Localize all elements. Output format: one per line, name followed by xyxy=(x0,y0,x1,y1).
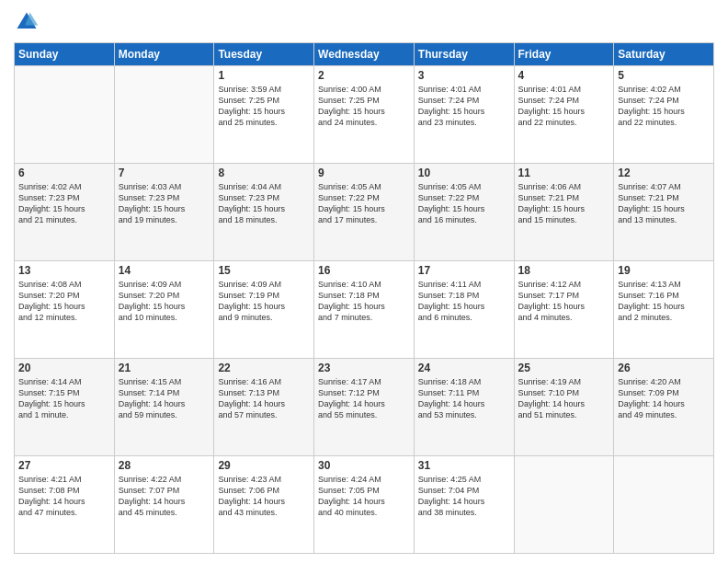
day-number: 19 xyxy=(618,264,710,277)
calendar-cell: 29Sunrise: 4:23 AM Sunset: 7:06 PM Dayli… xyxy=(214,456,314,554)
calendar-cell: 24Sunrise: 4:18 AM Sunset: 7:11 PM Dayli… xyxy=(414,359,514,456)
calendar-cell: 12Sunrise: 4:07 AM Sunset: 7:21 PM Dayli… xyxy=(614,164,714,261)
day-header-monday: Monday xyxy=(114,43,214,66)
day-number: 10 xyxy=(418,167,510,179)
calendar-cell: 22Sunrise: 4:16 AM Sunset: 7:13 PM Dayli… xyxy=(214,359,314,456)
calendar-cell: 6Sunrise: 4:02 AM Sunset: 7:23 PM Daylig… xyxy=(15,164,115,261)
calendar-cell: 28Sunrise: 4:22 AM Sunset: 7:07 PM Dayli… xyxy=(114,456,214,554)
day-header-thursday: Thursday xyxy=(414,43,514,66)
week-row-4: 27Sunrise: 4:21 AM Sunset: 7:08 PM Dayli… xyxy=(15,456,714,554)
calendar-table: SundayMondayTuesdayWednesdayThursdayFrid… xyxy=(14,42,714,554)
calendar-cell: 13Sunrise: 4:08 AM Sunset: 7:20 PM Dayli… xyxy=(15,261,115,359)
day-info: Sunrise: 4:02 AM Sunset: 7:23 PM Dayligh… xyxy=(18,181,110,226)
day-info: Sunrise: 4:13 AM Sunset: 7:16 PM Dayligh… xyxy=(618,279,710,324)
day-header-wednesday: Wednesday xyxy=(314,43,415,66)
calendar-cell: 11Sunrise: 4:06 AM Sunset: 7:21 PM Dayli… xyxy=(514,164,614,261)
day-number: 27 xyxy=(18,459,110,472)
day-info: Sunrise: 4:06 AM Sunset: 7:21 PM Dayligh… xyxy=(518,181,610,226)
header xyxy=(14,9,714,35)
day-number: 3 xyxy=(418,69,510,82)
day-info: Sunrise: 4:05 AM Sunset: 7:22 PM Dayligh… xyxy=(418,181,510,226)
day-info: Sunrise: 4:22 AM Sunset: 7:07 PM Dayligh… xyxy=(119,474,210,519)
day-number: 15 xyxy=(218,264,310,277)
logo xyxy=(14,9,43,35)
header-row: SundayMondayTuesdayWednesdayThursdayFrid… xyxy=(15,43,714,66)
day-number: 4 xyxy=(518,69,610,82)
day-info: Sunrise: 4:23 AM Sunset: 7:06 PM Dayligh… xyxy=(218,474,310,519)
day-info: Sunrise: 4:09 AM Sunset: 7:19 PM Dayligh… xyxy=(218,279,310,324)
day-info: Sunrise: 4:05 AM Sunset: 7:22 PM Dayligh… xyxy=(318,181,410,226)
calendar-cell xyxy=(15,66,115,164)
day-header-sunday: Sunday xyxy=(15,43,115,66)
day-info: Sunrise: 4:12 AM Sunset: 7:17 PM Dayligh… xyxy=(518,279,610,324)
calendar-cell: 14Sunrise: 4:09 AM Sunset: 7:20 PM Dayli… xyxy=(114,261,214,359)
day-info: Sunrise: 4:11 AM Sunset: 7:18 PM Dayligh… xyxy=(418,279,510,324)
day-info: Sunrise: 4:25 AM Sunset: 7:04 PM Dayligh… xyxy=(418,474,510,519)
day-info: Sunrise: 4:24 AM Sunset: 7:05 PM Dayligh… xyxy=(318,474,410,519)
calendar-cell: 5Sunrise: 4:02 AM Sunset: 7:24 PM Daylig… xyxy=(614,66,714,164)
day-info: Sunrise: 4:03 AM Sunset: 7:23 PM Dayligh… xyxy=(119,181,210,226)
day-number: 12 xyxy=(618,167,710,179)
day-info: Sunrise: 4:10 AM Sunset: 7:18 PM Dayligh… xyxy=(318,279,410,324)
day-info: Sunrise: 4:00 AM Sunset: 7:25 PM Dayligh… xyxy=(318,84,410,129)
day-info: Sunrise: 4:07 AM Sunset: 7:21 PM Dayligh… xyxy=(618,181,710,226)
week-row-1: 6Sunrise: 4:02 AM Sunset: 7:23 PM Daylig… xyxy=(15,164,714,261)
day-number: 7 xyxy=(119,167,210,179)
day-info: Sunrise: 4:09 AM Sunset: 7:20 PM Dayligh… xyxy=(119,279,210,324)
day-info: Sunrise: 4:02 AM Sunset: 7:24 PM Dayligh… xyxy=(618,84,710,129)
calendar-cell: 9Sunrise: 4:05 AM Sunset: 7:22 PM Daylig… xyxy=(314,164,415,261)
calendar-cell: 7Sunrise: 4:03 AM Sunset: 7:23 PM Daylig… xyxy=(114,164,214,261)
calendar-cell xyxy=(514,456,614,554)
day-info: Sunrise: 4:04 AM Sunset: 7:23 PM Dayligh… xyxy=(218,181,310,226)
calendar-cell: 31Sunrise: 4:25 AM Sunset: 7:04 PM Dayli… xyxy=(414,456,514,554)
day-number: 30 xyxy=(318,459,410,472)
day-info: Sunrise: 4:15 AM Sunset: 7:14 PM Dayligh… xyxy=(119,376,210,421)
calendar-cell: 3Sunrise: 4:01 AM Sunset: 7:24 PM Daylig… xyxy=(414,66,514,164)
day-info: Sunrise: 4:08 AM Sunset: 7:20 PM Dayligh… xyxy=(18,279,110,324)
calendar-cell: 2Sunrise: 4:00 AM Sunset: 7:25 PM Daylig… xyxy=(314,66,415,164)
week-row-2: 13Sunrise: 4:08 AM Sunset: 7:20 PM Dayli… xyxy=(15,261,714,359)
day-info: Sunrise: 4:21 AM Sunset: 7:08 PM Dayligh… xyxy=(18,474,110,519)
calendar-cell: 23Sunrise: 4:17 AM Sunset: 7:12 PM Dayli… xyxy=(314,359,415,456)
day-info: Sunrise: 4:14 AM Sunset: 7:15 PM Dayligh… xyxy=(18,376,110,421)
calendar-cell: 10Sunrise: 4:05 AM Sunset: 7:22 PM Dayli… xyxy=(414,164,514,261)
day-number: 25 xyxy=(518,362,610,374)
calendar-cell: 27Sunrise: 4:21 AM Sunset: 7:08 PM Dayli… xyxy=(15,456,115,554)
calendar-cell: 1Sunrise: 3:59 AM Sunset: 7:25 PM Daylig… xyxy=(214,66,314,164)
day-info: Sunrise: 4:17 AM Sunset: 7:12 PM Dayligh… xyxy=(318,376,410,421)
calendar-cell: 30Sunrise: 4:24 AM Sunset: 7:05 PM Dayli… xyxy=(314,456,415,554)
day-number: 13 xyxy=(18,264,110,277)
day-number: 31 xyxy=(418,459,510,472)
calendar-cell: 20Sunrise: 4:14 AM Sunset: 7:15 PM Dayli… xyxy=(15,359,115,456)
calendar-cell: 21Sunrise: 4:15 AM Sunset: 7:14 PM Dayli… xyxy=(114,359,214,456)
day-number: 22 xyxy=(218,362,310,374)
day-info: Sunrise: 4:18 AM Sunset: 7:11 PM Dayligh… xyxy=(418,376,510,421)
calendar-cell xyxy=(614,456,714,554)
day-number: 23 xyxy=(318,362,410,374)
day-number: 16 xyxy=(318,264,410,277)
day-header-friday: Friday xyxy=(514,43,614,66)
day-number: 2 xyxy=(318,69,410,82)
day-number: 5 xyxy=(618,69,710,82)
calendar-cell: 16Sunrise: 4:10 AM Sunset: 7:18 PM Dayli… xyxy=(314,261,415,359)
day-info: Sunrise: 4:19 AM Sunset: 7:10 PM Dayligh… xyxy=(518,376,610,421)
day-info: Sunrise: 4:01 AM Sunset: 7:24 PM Dayligh… xyxy=(418,84,510,129)
day-number: 18 xyxy=(518,264,610,277)
day-number: 11 xyxy=(518,167,610,179)
calendar-cell: 18Sunrise: 4:12 AM Sunset: 7:17 PM Dayli… xyxy=(514,261,614,359)
day-header-saturday: Saturday xyxy=(614,43,714,66)
day-number: 24 xyxy=(418,362,510,374)
day-number: 6 xyxy=(18,167,110,179)
day-number: 9 xyxy=(318,167,410,179)
day-info: Sunrise: 4:01 AM Sunset: 7:24 PM Dayligh… xyxy=(518,84,610,129)
calendar-cell: 17Sunrise: 4:11 AM Sunset: 7:18 PM Dayli… xyxy=(414,261,514,359)
calendar-cell: 4Sunrise: 4:01 AM Sunset: 7:24 PM Daylig… xyxy=(514,66,614,164)
week-row-3: 20Sunrise: 4:14 AM Sunset: 7:15 PM Dayli… xyxy=(15,359,714,456)
calendar-cell xyxy=(114,66,214,164)
day-number: 17 xyxy=(418,264,510,277)
day-number: 21 xyxy=(119,362,210,374)
page: SundayMondayTuesdayWednesdayThursdayFrid… xyxy=(0,0,728,563)
day-info: Sunrise: 3:59 AM Sunset: 7:25 PM Dayligh… xyxy=(218,84,310,129)
day-header-tuesday: Tuesday xyxy=(214,43,314,66)
calendar-cell: 15Sunrise: 4:09 AM Sunset: 7:19 PM Dayli… xyxy=(214,261,314,359)
